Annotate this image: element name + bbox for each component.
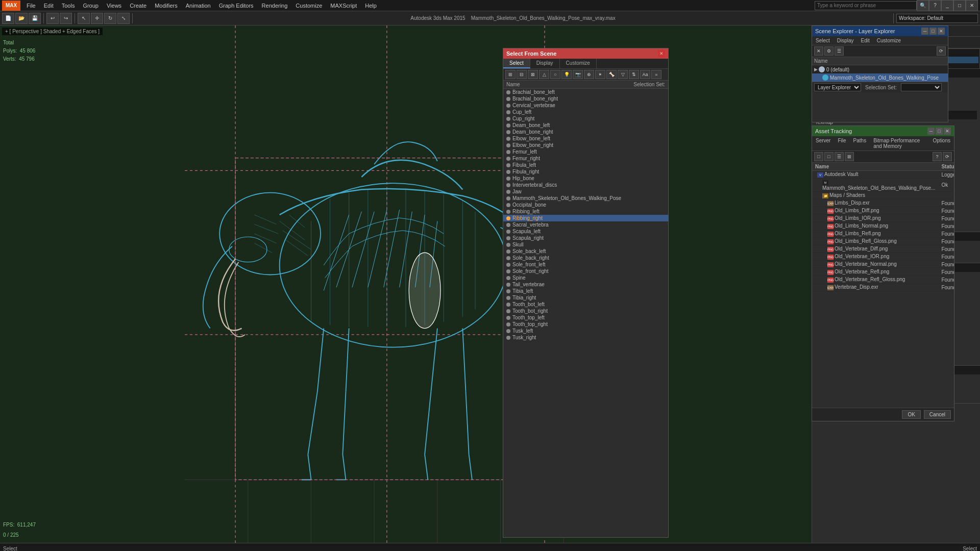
sfs-list-item[interactable]: Sole_front_left xyxy=(503,261,668,268)
sfs-exact-btn[interactable]: = xyxy=(651,70,662,79)
sfs-list-item[interactable]: Ribbing_left xyxy=(503,208,668,215)
sfs-list-item[interactable]: Tooth_bot_right xyxy=(503,308,668,314)
se-btn1[interactable]: ✕ xyxy=(814,46,823,56)
sfs-list-item[interactable]: Tusk_left xyxy=(503,328,668,334)
select-btn[interactable]: ↖ xyxy=(78,13,90,24)
sfs-cam-btn[interactable]: 📷 xyxy=(573,70,583,79)
at-restore[interactable]: □ xyxy=(936,128,943,135)
at-menu-server[interactable]: Server xyxy=(814,137,832,149)
sfs-list-item[interactable]: Elbow_bone_left xyxy=(503,135,668,142)
sfs-list-item[interactable]: Tusk_right xyxy=(503,334,668,341)
at-row[interactable]: PNGOld_Vertebrae_Diff.png Found xyxy=(812,245,954,253)
sfs-list-item[interactable]: Tibia_right xyxy=(503,294,668,301)
sfs-tab-display[interactable]: Display xyxy=(530,59,560,68)
sfs-list-item[interactable]: Deam_bone_right xyxy=(503,129,668,135)
sfs-all-btn[interactable]: ⊞ xyxy=(505,70,516,79)
move-btn[interactable]: ✛ xyxy=(91,13,103,24)
menu-help[interactable]: Help xyxy=(361,2,381,10)
se-menu-select[interactable]: Select xyxy=(814,37,831,44)
save-btn[interactable]: 💾 xyxy=(29,13,41,24)
at-btn1[interactable]: □ xyxy=(814,152,823,161)
menu-file[interactable]: File xyxy=(22,2,40,10)
at-menu-bitmap[interactable]: Bitmap Performance and Memory xyxy=(872,137,927,149)
sfs-list-item[interactable]: Spine xyxy=(503,274,668,281)
se-root-layer[interactable]: ▶ 0 (default) xyxy=(812,65,948,73)
se-btn3[interactable]: ☰ xyxy=(835,46,844,56)
at-minimize[interactable]: ─ xyxy=(927,128,935,135)
sfs-list-item[interactable]: Tooth_top_left xyxy=(503,314,668,321)
sfs-list-item[interactable]: Femur_right xyxy=(503,155,668,162)
at-row[interactable]: PNGOld_Vertebrae_Normal.png Found xyxy=(812,261,954,268)
sfs-bone-btn[interactable]: 🦴 xyxy=(606,70,617,79)
sfs-list-item[interactable]: Brachial_bone_left xyxy=(503,89,668,95)
maximize-btn[interactable]: □ xyxy=(953,0,966,11)
sfs-list-item[interactable]: Hip_bone xyxy=(503,175,668,182)
at-row[interactable]: PNGOld_Vertebrae_Refl.png Found xyxy=(812,268,954,276)
sfs-list-item[interactable]: Tibia_left xyxy=(503,288,668,294)
at-menu-file[interactable]: File xyxy=(836,137,847,149)
at-menu-options[interactable]: Options xyxy=(932,137,952,149)
sfs-helper-btn[interactable]: ⊕ xyxy=(584,70,594,79)
scale-btn[interactable]: ⤡ xyxy=(117,13,130,24)
menu-create[interactable]: Create xyxy=(126,2,151,10)
at-row[interactable]: PNGOld_Vertebrae_IOR.png Found xyxy=(812,253,954,261)
se-menu-display[interactable]: Display xyxy=(836,37,855,44)
se-mammoth-item[interactable]: Mammoth_Skeleton_Old_Bones_Walking_Pose xyxy=(812,73,948,82)
at-cancel-btn[interactable]: Cancel xyxy=(924,410,951,419)
at-btn2[interactable]: □ xyxy=(824,152,834,161)
sfs-list-item[interactable]: Intervertebral_discs xyxy=(503,182,668,188)
sfs-tab-customize[interactable]: Customize xyxy=(560,59,597,68)
sfs-geo-btn[interactable]: △ xyxy=(539,70,549,79)
at-row[interactable]: EXRLimbs_Disp.exr Found xyxy=(812,199,954,207)
sfs-invert-btn[interactable]: ⊠ xyxy=(528,70,538,79)
menu-maxscript[interactable]: MAXScript xyxy=(326,2,361,10)
new-btn[interactable]: 📄 xyxy=(2,13,14,24)
at-btn6[interactable]: ⟳ xyxy=(943,152,952,161)
scene-explorer-minimize[interactable]: ─ xyxy=(921,28,928,35)
at-row[interactable]: EXRVertebrae_Disp.exr Found xyxy=(812,284,954,291)
menu-customize[interactable]: Customize xyxy=(291,2,326,10)
menu-group[interactable]: Group xyxy=(79,2,103,10)
menu-edit[interactable]: Edit xyxy=(40,2,58,10)
at-row[interactable]: MMammoth_Skeleton_Old_Bones_Walking_Pose… xyxy=(812,179,954,192)
sfs-list-item[interactable]: Deam_bone_left xyxy=(503,122,668,129)
sfs-list-item[interactable]: Fibula_left xyxy=(503,162,668,168)
sfs-tab-select[interactable]: Select xyxy=(503,59,530,68)
at-row[interactable]: PNGOld_Limbs_IOR.png Found xyxy=(812,215,954,222)
sfs-list-item[interactable]: Sole_back_right xyxy=(503,255,668,261)
sfs-list-item[interactable]: Tail_vertebrae xyxy=(503,281,668,288)
at-row[interactable]: PNGOld_Limbs_Normal.png Found xyxy=(812,222,954,230)
scene-explorer-close[interactable]: ✕ xyxy=(938,28,945,35)
menu-views[interactable]: Views xyxy=(103,2,126,10)
sfs-list-item[interactable]: Elbow_bone_right xyxy=(503,142,668,148)
search-btn[interactable]: 🔍 xyxy=(917,0,929,11)
sfs-sort-btn[interactable]: ⇅ xyxy=(629,70,639,79)
at-btn4[interactable]: ⊞ xyxy=(845,152,854,161)
se-layer-dropdown[interactable]: Layer Explorer xyxy=(814,83,861,91)
at-row[interactable]: PNGOld_Limbs_Refl.png Found xyxy=(812,230,954,238)
help-btn[interactable]: ? xyxy=(929,0,941,11)
undo-btn[interactable]: ↩ xyxy=(46,13,59,24)
menu-animation[interactable]: Animation xyxy=(182,2,215,10)
at-close[interactable]: ✕ xyxy=(944,128,951,135)
se-btn2[interactable]: ⚙ xyxy=(824,46,834,56)
sfs-list-item[interactable]: Sole_back_left xyxy=(503,248,668,255)
at-row[interactable]: 📁Maps / Shaders xyxy=(812,192,954,199)
sfs-list-item[interactable]: Skull xyxy=(503,241,668,248)
at-row[interactable]: PNGOld_Limbs_Refl_Gloss.png Found xyxy=(812,238,954,245)
sfs-list-item[interactable]: Tooth_bot_left xyxy=(503,301,668,308)
se-selection-set-dropdown[interactable] xyxy=(901,83,942,91)
at-menu-paths[interactable]: Paths xyxy=(852,137,868,149)
sfs-none-btn[interactable]: ⊟ xyxy=(517,70,527,79)
sfs-list-item[interactable]: Cup_right xyxy=(503,115,668,122)
sfs-list-item[interactable]: Cervical_vertebrae xyxy=(503,102,668,109)
open-btn[interactable]: 📂 xyxy=(15,13,28,24)
at-row[interactable]: PNGOld_Vertebrae_Refl_Gloss.png Found xyxy=(812,276,954,284)
sfs-list-item[interactable]: Occipital_bone xyxy=(503,202,668,208)
sfs-list-item[interactable]: Sacral_vertebra xyxy=(503,221,668,228)
sfs-close[interactable]: ✕ xyxy=(658,50,665,57)
se-btn4[interactable]: ⟳ xyxy=(937,46,946,56)
viewport[interactable]: + [ Perspective ] Shaded + Edged Faces ]… xyxy=(0,26,812,543)
sfs-list-item[interactable]: Scapula_left xyxy=(503,228,668,235)
at-ok-btn[interactable]: OK xyxy=(902,410,920,419)
